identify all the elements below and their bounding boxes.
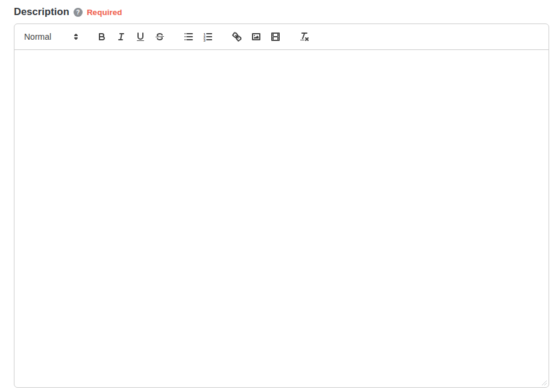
- image-icon: [251, 31, 262, 42]
- insert-image-button[interactable]: [247, 30, 266, 44]
- toolbar-group-media: [227, 30, 285, 44]
- insert-video-button[interactable]: [266, 30, 285, 44]
- underline-icon: [135, 31, 146, 42]
- strikethrough-icon: [154, 31, 165, 42]
- ordered-list-icon: 1 2 3: [203, 31, 213, 42]
- toolbar-group-clean: [295, 30, 314, 44]
- clean-formatting-icon: [299, 31, 310, 42]
- link-icon: [231, 31, 242, 42]
- field-header: Description ? Required: [14, 5, 549, 18]
- italic-button[interactable]: [112, 30, 131, 44]
- resize-grip-icon: [541, 379, 547, 386]
- toolbar-group-inline: [92, 30, 169, 44]
- editor-toolbar: Normal: [14, 24, 549, 50]
- picker-updown-icon: [71, 31, 81, 42]
- toolbar-group-lists: 1 2 3: [179, 30, 218, 44]
- rich-text-editor: Normal: [14, 23, 549, 388]
- bullet-list-icon: [183, 31, 194, 42]
- bold-icon: [96, 31, 107, 42]
- required-badge: Required: [87, 8, 122, 17]
- editor-content-area[interactable]: [14, 50, 549, 388]
- insert-link-button[interactable]: [227, 30, 247, 44]
- italic-icon: [116, 31, 127, 42]
- header-format-picker[interactable]: Normal: [19, 30, 83, 44]
- resize-grip[interactable]: [541, 379, 547, 386]
- header-format-picker-label: Normal: [24, 32, 51, 42]
- clean-formatting-button[interactable]: [295, 30, 314, 44]
- ordered-list-button[interactable]: 1 2 3: [198, 30, 218, 44]
- toolbar-group-header: Normal: [19, 30, 83, 44]
- svg-text:3: 3: [204, 39, 206, 42]
- field-label: Description: [14, 6, 69, 17]
- strikethrough-button[interactable]: [150, 30, 169, 44]
- video-icon: [270, 31, 281, 42]
- bullet-list-button[interactable]: [179, 30, 198, 44]
- help-icon[interactable]: ?: [74, 8, 83, 17]
- page: Description ? Required Normal: [0, 0, 560, 388]
- underline-button[interactable]: [131, 30, 150, 44]
- bold-button[interactable]: [92, 30, 112, 44]
